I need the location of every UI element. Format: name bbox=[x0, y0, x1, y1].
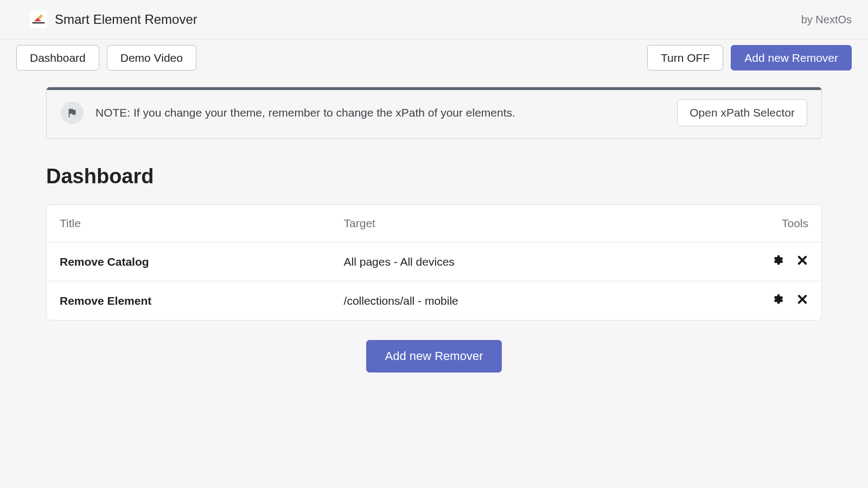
turn-off-button[interactable]: Turn OFF bbox=[647, 45, 723, 70]
app-title: Smart Element Remover bbox=[55, 12, 197, 27]
row-tools bbox=[669, 242, 821, 281]
row-target: /collections/all - mobile bbox=[331, 281, 670, 320]
dashboard-button[interactable]: Dashboard bbox=[16, 45, 99, 70]
header-byline: by NextOs bbox=[801, 14, 852, 26]
flag-icon bbox=[61, 101, 84, 124]
header-left: Smart Element Remover bbox=[30, 11, 197, 28]
add-new-remover-button[interactable]: Add new Remover bbox=[731, 45, 852, 70]
col-tools: Tools bbox=[669, 205, 821, 242]
note-card: NOTE: If you change your theme, remember… bbox=[46, 87, 822, 139]
row-title: Remove Catalog bbox=[47, 242, 331, 281]
table-row: Remove Catalog All pages - All devices bbox=[47, 242, 821, 281]
table-row: Remove Element /collections/all - mobile bbox=[47, 281, 821, 320]
removers-table-card: Title Target Tools Remove Catalog All pa… bbox=[46, 204, 822, 320]
bottom-action: Add new Remover bbox=[46, 340, 822, 373]
row-target: All pages - All devices bbox=[331, 242, 670, 281]
close-icon[interactable] bbox=[796, 254, 808, 266]
toolbar: Dashboard Demo Video Turn OFF Add new Re… bbox=[0, 40, 868, 80]
toolbar-right: Turn OFF Add new Remover bbox=[647, 45, 852, 70]
svg-rect-0 bbox=[33, 22, 45, 23]
col-title: Title bbox=[47, 205, 331, 242]
demo-video-button[interactable]: Demo Video bbox=[107, 45, 196, 70]
gear-icon[interactable] bbox=[771, 254, 783, 266]
row-title: Remove Element bbox=[47, 281, 331, 320]
open-xpath-selector-button[interactable]: Open xPath Selector bbox=[677, 99, 807, 126]
col-target: Target bbox=[331, 205, 670, 242]
main-content: NOTE: If you change your theme, remember… bbox=[0, 87, 868, 394]
removers-table: Title Target Tools Remove Catalog All pa… bbox=[47, 205, 821, 320]
app-header: Smart Element Remover by NextOs bbox=[0, 0, 868, 40]
row-tools bbox=[669, 281, 821, 320]
toolbar-left: Dashboard Demo Video bbox=[16, 45, 196, 70]
app-icon bbox=[30, 11, 47, 28]
gear-icon[interactable] bbox=[771, 293, 783, 305]
note-text: NOTE: If you change your theme, remember… bbox=[95, 106, 665, 119]
close-icon[interactable] bbox=[796, 293, 808, 305]
add-new-remover-bottom-button[interactable]: Add new Remover bbox=[366, 340, 502, 373]
page-title: Dashboard bbox=[46, 165, 822, 188]
